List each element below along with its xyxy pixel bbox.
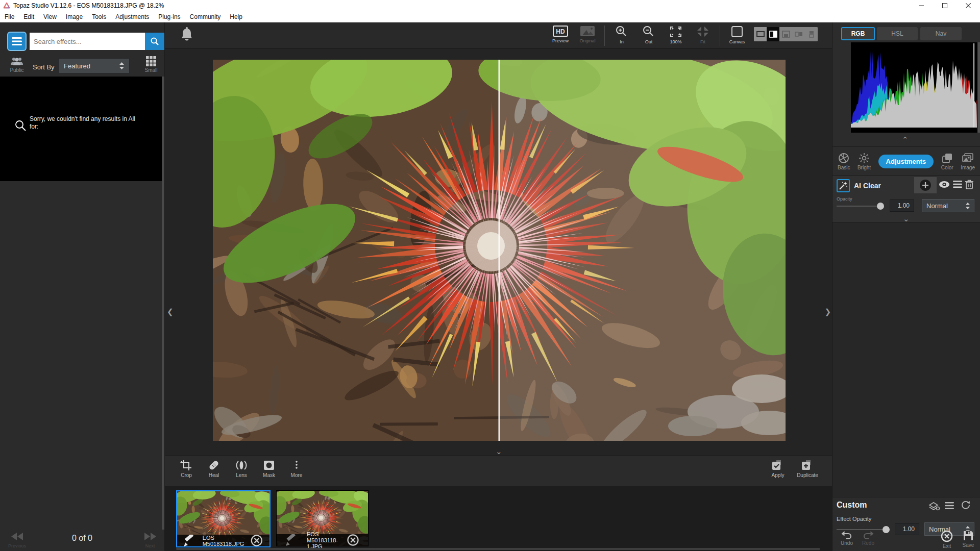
opacity-value-box[interactable]: 1.00 — [890, 199, 914, 212]
sort-by-dropdown[interactable]: Featured — [58, 58, 130, 73]
collapse-left-panel-icon[interactable]: ❮ — [167, 308, 174, 315]
notifications-bell-icon[interactable] — [180, 27, 193, 42]
heal-button[interactable]: Heal — [203, 459, 225, 478]
undo-button[interactable]: Undo — [836, 530, 858, 546]
opacity-label: Opacity — [837, 196, 852, 202]
magic-wand-icon — [839, 181, 848, 190]
menu-adjustments[interactable]: Adjustments — [111, 13, 154, 20]
next-label: Next — [144, 543, 156, 548]
menu-edit[interactable]: Edit — [19, 13, 39, 20]
expand-adjustment-icon[interactable]: ⌄ — [903, 215, 910, 222]
view-split-horizontal-button[interactable] — [779, 27, 792, 41]
filmstrip-thumbnail-2[interactable]: EOS M50183118-1.JPG — [276, 490, 369, 546]
reset-icon[interactable] — [961, 500, 970, 510]
duplicate-icon — [801, 459, 814, 471]
adjustments-tab[interactable]: Adjustments — [878, 155, 934, 168]
zoom-out-button[interactable]: Out — [639, 24, 659, 44]
dropdown-spinner-icon[interactable] — [119, 62, 124, 69]
filmstrip-thumbnail-1[interactable]: EOS M50183118.JPG — [176, 490, 271, 547]
menu-plugins[interactable]: Plug-ins — [154, 13, 185, 20]
grid-icon — [146, 56, 156, 66]
public-filter-button[interactable]: Public — [5, 57, 29, 73]
effects-scrollbar[interactable] — [162, 77, 164, 532]
opacity-slider[interactable] — [837, 203, 884, 210]
effect-opacity-value-box[interactable]: 1.00 — [895, 523, 919, 535]
duplicate-button[interactable]: Duplicate — [796, 459, 819, 478]
collapse-bottom-toolbar-icon[interactable]: ⌄ — [496, 447, 502, 455]
custom-menu-icon[interactable] — [945, 502, 954, 509]
redo-icon — [863, 530, 874, 539]
next-button[interactable]: Next — [144, 533, 156, 548]
svg-text:HD: HD — [556, 28, 565, 35]
filmstrip-scrollbar[interactable] — [176, 548, 820, 550]
dropdown-spinner-icon[interactable] — [966, 203, 970, 209]
bright-tab[interactable]: Bright — [857, 153, 871, 170]
photo-preview[interactable] — [213, 60, 786, 441]
sort-by-label: Sort By — [33, 63, 55, 71]
image-tab[interactable]: Image — [961, 153, 975, 170]
mask-button[interactable]: Mask — [258, 459, 280, 478]
search-input[interactable] — [30, 33, 145, 50]
crop-label: Crop — [181, 472, 192, 478]
effects-menu-button[interactable] — [7, 32, 27, 51]
blend-mode-dropdown[interactable]: Normal — [922, 199, 974, 212]
ai-clear-wand-box[interactable] — [837, 179, 850, 192]
panel-scrollbar[interactable] — [978, 42, 980, 133]
menu-file[interactable]: File — [0, 13, 19, 20]
maximize-button[interactable] — [933, 0, 957, 11]
visibility-eye-icon[interactable] — [939, 181, 950, 188]
adjustment-menu-icon[interactable] — [953, 181, 962, 188]
effect-opacity-slider-handle[interactable] — [883, 526, 890, 533]
save-label: Save — [963, 542, 974, 548]
save-icon — [963, 530, 974, 541]
basic-tab[interactable]: Basic — [838, 153, 850, 170]
menu-image[interactable]: Image — [61, 13, 87, 20]
zoom-in-button[interactable]: In — [611, 24, 632, 44]
small-label: Small — [140, 67, 162, 73]
menu-view[interactable]: View — [39, 13, 61, 20]
tab-hsl[interactable]: HSL — [877, 27, 918, 40]
exit-label: Exit — [943, 543, 951, 549]
save-button[interactable]: Save — [957, 530, 979, 548]
edit-pencil-icon[interactable] — [280, 534, 304, 546]
trash-icon[interactable] — [965, 180, 973, 189]
tab-nav-label: Nav — [936, 30, 946, 37]
effects-stack-icon[interactable] — [928, 502, 940, 511]
menu-help[interactable]: Help — [225, 13, 247, 20]
search-button[interactable] — [145, 33, 164, 50]
canvas-button[interactable]: Canvas — [727, 24, 747, 44]
close-thumbnail-icon[interactable] — [341, 534, 365, 546]
menu-community[interactable]: Community — [185, 13, 226, 20]
apply-button[interactable]: Apply — [767, 459, 789, 478]
zoom-100-button[interactable]: 100% — [666, 24, 686, 44]
add-adjustment-button[interactable] — [914, 177, 937, 193]
original-button[interactable]: Original — [577, 24, 598, 43]
view-stacked-button[interactable] — [805, 27, 818, 41]
more-button[interactable]: More — [285, 459, 308, 478]
tab-rgb-label: RGB — [851, 30, 865, 37]
color-tab[interactable]: Color — [941, 153, 953, 170]
close-button[interactable] — [957, 0, 980, 11]
edit-pencil-icon[interactable] — [180, 535, 200, 546]
tab-rgb[interactable]: RGB — [841, 27, 875, 40]
topaz-logo-icon — [3, 2, 10, 9]
view-split-button[interactable] — [767, 27, 779, 41]
crop-button[interactable]: Crop — [175, 459, 198, 478]
thumbnail-size-button[interactable]: Small — [140, 56, 162, 73]
hd-preview-button[interactable]: HD Preview — [550, 24, 571, 43]
tab-nav[interactable]: Nav — [920, 27, 962, 40]
opacity-slider-handle[interactable] — [877, 203, 884, 210]
view-side-by-side-button[interactable] — [792, 27, 805, 41]
close-thumbnail-icon[interactable] — [247, 535, 266, 546]
view-single-button[interactable] — [754, 27, 767, 41]
lens-button[interactable]: Lens — [230, 459, 253, 478]
minimize-button[interactable] — [910, 0, 933, 11]
exit-button[interactable]: Exit — [936, 530, 958, 549]
fit-button[interactable]: Fit — [693, 24, 713, 44]
collapse-right-panel-icon[interactable]: ❯ — [824, 308, 831, 315]
collapse-histogram-icon[interactable]: ⌃ — [902, 136, 909, 143]
redo-button[interactable]: Redo — [857, 530, 879, 546]
menu-tools[interactable]: Tools — [87, 13, 111, 20]
people-icon — [10, 57, 23, 66]
tab-hsl-label: HSL — [891, 30, 903, 37]
